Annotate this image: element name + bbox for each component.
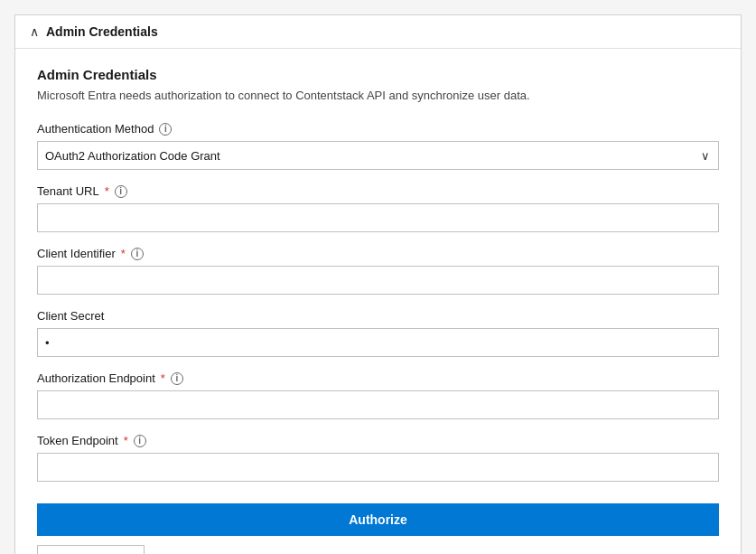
client-identifier-info-icon[interactable]: i	[131, 248, 144, 260]
authorization-endpoint-required-star: *	[161, 371, 165, 385]
token-endpoint-required-star: *	[124, 434, 128, 447]
authorization-endpoint-info-icon[interactable]: i	[171, 372, 183, 385]
auth-method-label: Authentication Method i	[37, 122, 719, 136]
card-body: Admin Credentials Microsoft Entra needs …	[15, 49, 741, 554]
auth-method-label-text: Authentication Method	[37, 122, 154, 136]
token-endpoint-field-group: Token Endpoint * i	[37, 434, 719, 482]
section-title: Admin Credentials	[37, 67, 719, 82]
client-identifier-field-group: Client Identifier * i	[37, 247, 719, 295]
tenant-url-field-group: Tenant URL * i	[37, 184, 719, 232]
authorize-button[interactable]: Authorize	[37, 503, 719, 536]
client-secret-label-text: Client Secret	[37, 309, 104, 323]
authorization-endpoint-label: Authorization Endpoint * i	[37, 371, 719, 385]
auth-method-field-group: Authentication Method i OAuth2 Authoriza…	[37, 122, 719, 170]
client-secret-input[interactable]	[37, 328, 719, 357]
authorization-endpoint-field-group: Authorization Endpoint * i	[37, 371, 719, 419]
authorization-endpoint-label-text: Authorization Endpoint	[37, 371, 155, 385]
client-identifier-input[interactable]	[37, 266, 719, 295]
section-description: Microsoft Entra needs authorization to c…	[37, 88, 719, 104]
client-identifier-label-text: Client Identifier	[37, 247, 116, 260]
client-secret-field-group: Client Secret	[37, 309, 719, 357]
token-endpoint-info-icon[interactable]: i	[134, 435, 146, 447]
client-identifier-required-star: *	[121, 247, 126, 260]
auth-method-select-wrapper: OAuth2 Authorization Code Grant Basic Au…	[37, 141, 719, 170]
authorization-endpoint-input[interactable]	[37, 390, 719, 419]
tenant-url-info-icon[interactable]: i	[115, 185, 127, 198]
token-endpoint-label-text: Token Endpoint	[37, 434, 118, 447]
tenant-url-input[interactable]	[37, 203, 719, 232]
tenant-url-label-text: Tenant URL	[37, 184, 99, 198]
auth-method-info-icon[interactable]: i	[159, 123, 172, 136]
card-header-title: Admin Credentials	[46, 24, 158, 39]
collapse-chevron-icon[interactable]: ∧	[30, 24, 39, 39]
tenant-url-label: Tenant URL * i	[37, 184, 719, 198]
client-secret-label: Client Secret	[37, 309, 719, 323]
tenant-url-required-star: *	[105, 184, 109, 198]
client-identifier-label: Client Identifier * i	[37, 247, 719, 260]
token-endpoint-label: Token Endpoint * i	[37, 434, 719, 447]
card-header: ∧ Admin Credentials	[15, 15, 741, 49]
auth-method-select[interactable]: OAuth2 Authorization Code Grant Basic Au…	[37, 141, 719, 170]
admin-credentials-card: ∧ Admin Credentials Admin Credentials Mi…	[14, 14, 742, 554]
test-connection-button[interactable]: Test Connection	[37, 545, 145, 554]
token-endpoint-input[interactable]	[37, 453, 719, 482]
